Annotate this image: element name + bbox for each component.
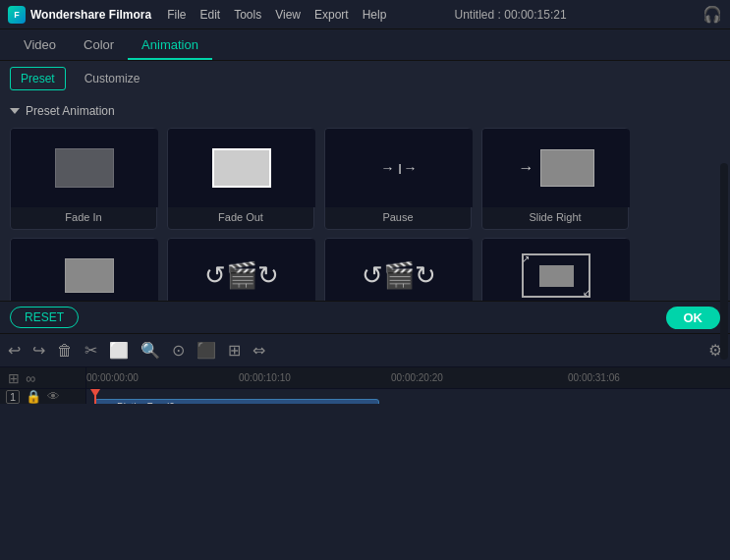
slide-right-visual: → (519, 149, 594, 187)
timeline-ruler-row: ⊞ ∞ 00:00:00:00 00:00:10:10 00:00:20:20 … (0, 367, 730, 389)
reset-button[interactable]: RESET (10, 307, 79, 328)
tab-animation[interactable]: Animation (128, 31, 212, 60)
expand-tool-icon[interactable]: ⊞ (228, 341, 241, 360)
action-bar: RESET OK (0, 301, 730, 334)
pause-arrows-icon: →||→ (380, 160, 417, 176)
animation-card-row2-1[interactable] (10, 238, 157, 301)
menu-help[interactable]: Help (363, 8, 387, 22)
animation-grid: Fade In Fade Out →||→ Pause (10, 128, 720, 230)
expand-tl: ↗ (522, 253, 530, 264)
titlebar: F Wondershare Filmora File Edit Tools Vi… (0, 0, 730, 29)
headset-icon: 🎧 (702, 5, 722, 24)
menu-edit[interactable]: Edit (199, 8, 220, 22)
overlay-icon[interactable]: ⬛ (197, 341, 216, 360)
time-3: 00:00:31:06 (568, 372, 620, 383)
clip-play-icon: ▶ (101, 402, 109, 404)
slide-arrow-icon: → (519, 159, 534, 177)
logo-icon: F (8, 6, 26, 24)
anim-thumb-fade-in (11, 129, 158, 207)
cut-icon[interactable]: ✂ (84, 341, 97, 360)
ruler-ticks (86, 384, 730, 388)
track-rows: 1 🔒 👁 ▶ PlatingFood2 (0, 389, 730, 404)
row2-1-visual (55, 258, 114, 293)
rotate-icon: ↺🎬↻ (204, 260, 279, 291)
anim-thumb-row2-3: ↺🎬↻ (325, 239, 473, 301)
track-content: ▶ PlatingFood2 (86, 389, 730, 404)
animation-card-fade-in[interactable]: Fade In (10, 128, 157, 230)
expand-visual: ↗ ↙ (522, 253, 590, 298)
fade-out-rect (212, 148, 271, 188)
animation-card-fade-out[interactable]: Fade Out (167, 128, 314, 230)
timeline-controls-header: ⊞ ∞ (0, 367, 86, 388)
fade-in-rect (55, 148, 114, 188)
delete-icon[interactable]: 🗑 (57, 342, 73, 360)
animation-card-pause[interactable]: →||→ Pause (324, 128, 472, 230)
clip-label: PlatingFood2 (117, 402, 175, 404)
redo-icon[interactable]: ↪ (32, 341, 45, 360)
anim-thumb-row2-4: ↗ ↙ (482, 239, 630, 301)
crop-icon[interactable]: ⬜ (109, 341, 129, 360)
row2-1-rect (65, 258, 114, 293)
anim-label-fade-out: Fade Out (168, 207, 313, 223)
menu-file[interactable]: File (167, 8, 186, 22)
animation-card-row2-3[interactable]: ↺🎬↻ (324, 238, 472, 301)
animation-panel: Preset Animation Fade In Fade Out (0, 96, 730, 301)
section-title: Preset Animation (26, 104, 115, 118)
time-0: 00:00:00:00 (86, 372, 139, 383)
add-track-icon[interactable]: ⊞ (8, 370, 20, 386)
app-logo: F Wondershare Filmora (8, 6, 151, 24)
zoom-icon[interactable]: 🔍 (140, 341, 160, 360)
tab-bar: Video Color Animation (0, 29, 730, 61)
app-name: Wondershare Filmora (30, 8, 151, 22)
visibility-icon[interactable]: 👁 (47, 389, 60, 404)
tab-video[interactable]: Video (10, 31, 70, 60)
time-1: 00:00:10:10 (239, 372, 291, 383)
tab-color[interactable]: Color (70, 31, 128, 60)
toolbar: ↩ ↪ 🗑 ✂ ⬜ 🔍 ⊙ ⬛ ⊞ ⇔ ⚙ (0, 334, 730, 367)
animation-card-row2-2[interactable]: ↺🎬↻ (167, 238, 314, 301)
project-title: Untitled : 00:00:15:21 (455, 8, 567, 22)
time-2: 00:00:20:20 (391, 372, 443, 383)
menu-view[interactable]: View (275, 8, 301, 22)
rotate-tool-icon[interactable]: ⊙ (172, 341, 185, 360)
section-header: Preset Animation (10, 104, 720, 118)
undo-icon[interactable]: ↩ (8, 341, 21, 360)
anim-label-slide-right: Slide Right (482, 207, 628, 223)
track-icon-row: 1 🔒 👁 (6, 389, 80, 404)
main-panel: Preset Animation Fade In Fade Out (0, 96, 730, 301)
collapse-icon[interactable] (10, 108, 20, 114)
playhead-marker (90, 389, 100, 397)
rotate-icon-2: ↺🎬↻ (362, 260, 436, 291)
menu-tools[interactable]: Tools (234, 8, 261, 22)
panel-scrollbar[interactable] (720, 163, 728, 360)
animation-card-slide-right[interactable]: → Slide Right (481, 128, 629, 230)
lock-icon[interactable]: 🔒 (26, 389, 41, 404)
menubar: File Edit Tools View Export Help (167, 8, 386, 22)
subtab-bar: Preset Customize (0, 61, 730, 96)
track-number: 1 (6, 390, 20, 404)
ok-button[interactable]: OK (666, 307, 721, 329)
adjust-icon[interactable]: ⇔ (253, 341, 265, 360)
anim-label-pause: Pause (325, 207, 471, 223)
link-icon[interactable]: ∞ (26, 370, 35, 386)
anim-thumb-fade-out (168, 129, 315, 207)
menu-export[interactable]: Export (314, 8, 349, 22)
anim-thumb-row2-2: ↺🎬↻ (168, 239, 315, 301)
anim-label-fade-in: Fade In (11, 207, 156, 223)
track-controls: 1 🔒 👁 (0, 389, 86, 404)
time-ruler: 00:00:00:00 00:00:10:10 00:00:20:20 00:0… (86, 367, 730, 388)
subtab-preset[interactable]: Preset (10, 67, 66, 90)
expand-inner-rect (539, 265, 574, 287)
anim-thumb-pause: →||→ (325, 129, 473, 207)
video-clip[interactable]: ▶ PlatingFood2 (94, 399, 379, 404)
anim-thumb-row2-1 (11, 239, 158, 301)
slide-rect (540, 149, 594, 187)
expand-br: ↙ (583, 287, 590, 298)
anim-thumb-slide-right: → (482, 129, 630, 207)
timeline: ⊞ ∞ 00:00:00:00 00:00:10:10 00:00:20:20 … (0, 367, 730, 404)
animation-grid-row2: ↺🎬↻ ↺🎬↻ ↗ ↙ (10, 238, 720, 301)
subtab-customize[interactable]: Customize (74, 67, 151, 90)
animation-card-row2-4[interactable]: ↗ ↙ (481, 238, 629, 301)
